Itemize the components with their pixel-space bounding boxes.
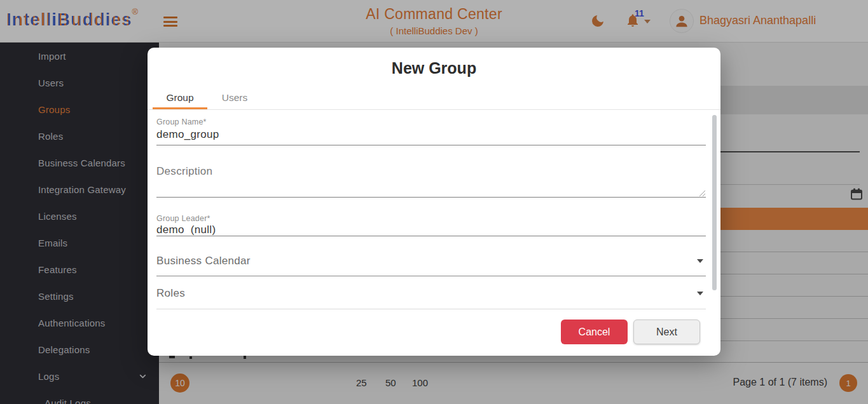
group-name-underline (156, 145, 706, 145)
modal-scrollbar-thumb[interactable] (712, 115, 717, 290)
tab-group[interactable]: Group (153, 87, 207, 109)
new-group-dialog: New Group Group Users Group Name* demo_g… (148, 48, 720, 356)
group-leader-label: Group Leader* (156, 214, 210, 223)
description-underline (156, 197, 706, 198)
business-calendar-underline (156, 276, 706, 276)
group-leader-underline (156, 236, 706, 236)
dialog-tabs: Group Users (148, 87, 720, 110)
roles-select[interactable]: Roles (156, 287, 185, 300)
tab-users[interactable]: Users (207, 87, 262, 109)
roles-underline (156, 309, 706, 309)
group-leader-input[interactable]: demo (null) (156, 224, 216, 236)
roles-caret-down-icon[interactable] (697, 292, 703, 295)
cancel-button[interactable]: Cancel (561, 320, 628, 344)
dialog-title: New Group (148, 59, 720, 77)
business-calendar-select[interactable]: Business Calendar (156, 255, 251, 267)
description-textarea[interactable]: Description (156, 165, 212, 178)
group-name-label: Group Name* (156, 118, 207, 126)
modal-scrollbar-track[interactable] (712, 115, 717, 290)
textarea-resize-grip[interactable] (698, 189, 705, 196)
group-name-input[interactable]: demo_group (156, 128, 219, 141)
business-calendar-caret-down-icon[interactable] (697, 259, 703, 263)
next-button[interactable]: Next (633, 320, 700, 344)
